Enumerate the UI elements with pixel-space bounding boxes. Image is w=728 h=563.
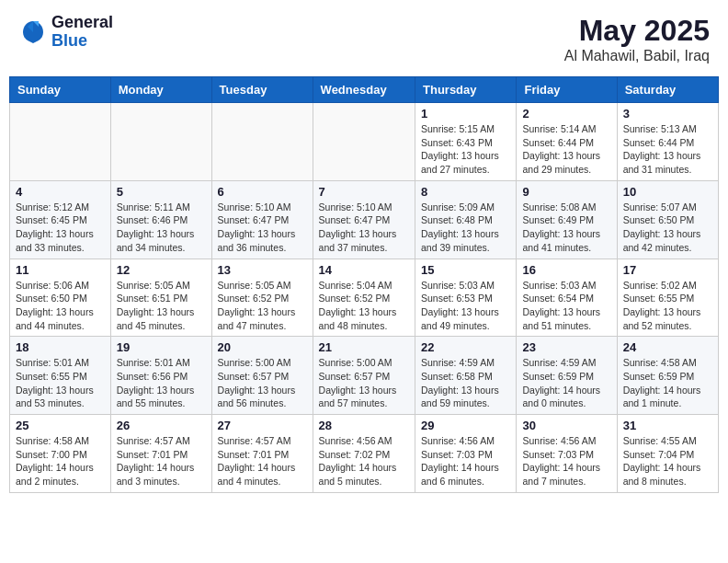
day-number: 27 bbox=[218, 419, 307, 432]
calendar-cell: 8Sunrise: 5:09 AM Sunset: 6:48 PM Daylig… bbox=[415, 180, 517, 259]
column-header-wednesday: Wednesday bbox=[313, 77, 415, 103]
calendar-cell: 10Sunrise: 5:07 AM Sunset: 6:50 PM Dayli… bbox=[617, 180, 718, 259]
calendar-cell bbox=[10, 103, 111, 181]
day-info: Sunrise: 5:01 AM Sunset: 6:56 PM Dayligh… bbox=[117, 356, 206, 410]
day-number: 29 bbox=[421, 419, 510, 432]
day-info: Sunrise: 4:55 AM Sunset: 7:04 PM Dayligh… bbox=[623, 434, 712, 488]
day-number: 3 bbox=[623, 107, 712, 121]
day-number: 6 bbox=[218, 185, 307, 199]
calendar-cell: 27Sunrise: 4:57 AM Sunset: 7:01 PM Dayli… bbox=[211, 415, 313, 493]
day-number: 16 bbox=[522, 263, 610, 277]
day-number: 8 bbox=[421, 185, 510, 199]
day-info: Sunrise: 4:58 AM Sunset: 6:59 PM Dayligh… bbox=[623, 356, 712, 410]
calendar-cell: 3Sunrise: 5:13 AM Sunset: 6:44 PM Daylig… bbox=[617, 103, 718, 181]
calendar-cell: 6Sunrise: 5:10 AM Sunset: 6:47 PM Daylig… bbox=[211, 180, 313, 259]
day-number: 14 bbox=[319, 263, 409, 277]
day-info: Sunrise: 5:00 AM Sunset: 6:57 PM Dayligh… bbox=[319, 356, 409, 410]
day-info: Sunrise: 5:08 AM Sunset: 6:49 PM Dayligh… bbox=[522, 201, 610, 255]
calendar-cell: 20Sunrise: 5:00 AM Sunset: 6:57 PM Dayli… bbox=[211, 337, 313, 415]
day-info: Sunrise: 4:57 AM Sunset: 7:01 PM Dayligh… bbox=[218, 434, 307, 488]
calendar-cell: 11Sunrise: 5:06 AM Sunset: 6:50 PM Dayli… bbox=[10, 259, 111, 337]
column-header-friday: Friday bbox=[517, 77, 617, 103]
day-number: 13 bbox=[218, 263, 307, 277]
logo-text: General Blue bbox=[51, 14, 113, 51]
day-info: Sunrise: 5:09 AM Sunset: 6:48 PM Dayligh… bbox=[421, 201, 510, 255]
day-info: Sunrise: 5:07 AM Sunset: 6:50 PM Dayligh… bbox=[623, 201, 712, 255]
day-info: Sunrise: 5:13 AM Sunset: 6:44 PM Dayligh… bbox=[623, 122, 712, 177]
calendar-cell: 18Sunrise: 5:01 AM Sunset: 6:55 PM Dayli… bbox=[10, 337, 111, 415]
day-info: Sunrise: 5:06 AM Sunset: 6:50 PM Dayligh… bbox=[16, 279, 105, 333]
day-info: Sunrise: 5:03 AM Sunset: 6:54 PM Dayligh… bbox=[522, 279, 610, 333]
calendar-header-row: SundayMondayTuesdayWednesdayThursdayFrid… bbox=[10, 77, 719, 103]
day-info: Sunrise: 4:59 AM Sunset: 6:58 PM Dayligh… bbox=[421, 356, 510, 410]
day-info: Sunrise: 4:56 AM Sunset: 7:02 PM Dayligh… bbox=[319, 434, 409, 488]
day-number: 18 bbox=[16, 340, 105, 354]
day-info: Sunrise: 5:10 AM Sunset: 6:47 PM Dayligh… bbox=[218, 201, 307, 255]
calendar-cell: 5Sunrise: 5:11 AM Sunset: 6:46 PM Daylig… bbox=[110, 180, 211, 259]
day-number: 24 bbox=[623, 340, 712, 354]
calendar-cell: 31Sunrise: 4:55 AM Sunset: 7:04 PM Dayli… bbox=[617, 415, 718, 493]
calendar-cell bbox=[313, 103, 415, 181]
calendar-cell: 4Sunrise: 5:12 AM Sunset: 6:45 PM Daylig… bbox=[10, 180, 111, 259]
calendar-cell: 12Sunrise: 5:05 AM Sunset: 6:51 PM Dayli… bbox=[110, 259, 211, 337]
calendar-cell: 29Sunrise: 4:56 AM Sunset: 7:03 PM Dayli… bbox=[415, 415, 517, 493]
day-number: 31 bbox=[623, 419, 712, 432]
day-number: 17 bbox=[623, 263, 712, 277]
calendar-cell: 15Sunrise: 5:03 AM Sunset: 6:53 PM Dayli… bbox=[415, 259, 517, 337]
day-number: 15 bbox=[421, 263, 510, 277]
calendar-cell: 7Sunrise: 5:10 AM Sunset: 6:47 PM Daylig… bbox=[313, 180, 415, 259]
day-info: Sunrise: 4:57 AM Sunset: 7:01 PM Dayligh… bbox=[117, 434, 206, 488]
day-info: Sunrise: 5:12 AM Sunset: 6:45 PM Dayligh… bbox=[16, 201, 105, 255]
day-info: Sunrise: 4:56 AM Sunset: 7:03 PM Dayligh… bbox=[522, 434, 610, 488]
column-header-sunday: Sunday bbox=[10, 77, 111, 103]
calendar-cell bbox=[110, 103, 211, 181]
calendar-cell bbox=[211, 103, 313, 181]
day-info: Sunrise: 5:11 AM Sunset: 6:46 PM Dayligh… bbox=[117, 201, 206, 255]
day-info: Sunrise: 5:00 AM Sunset: 6:57 PM Dayligh… bbox=[218, 356, 307, 410]
day-number: 26 bbox=[117, 419, 206, 432]
day-number: 28 bbox=[319, 419, 409, 432]
day-number: 5 bbox=[117, 185, 206, 199]
day-number: 25 bbox=[16, 419, 105, 432]
calendar-cell: 28Sunrise: 4:56 AM Sunset: 7:02 PM Dayli… bbox=[313, 415, 415, 493]
calendar-cell: 23Sunrise: 4:59 AM Sunset: 6:59 PM Dayli… bbox=[517, 337, 617, 415]
calendar-week-row: 18Sunrise: 5:01 AM Sunset: 6:55 PM Dayli… bbox=[10, 337, 719, 415]
location-title: Al Mahawil, Babil, Iraq bbox=[564, 48, 710, 64]
logo-blue: Blue bbox=[51, 32, 113, 51]
calendar-cell: 17Sunrise: 5:02 AM Sunset: 6:55 PM Dayli… bbox=[617, 259, 718, 337]
day-info: Sunrise: 5:10 AM Sunset: 6:47 PM Dayligh… bbox=[319, 201, 409, 255]
day-number: 23 bbox=[522, 340, 610, 354]
page-header: General Blue May 2025 Al Mahawil, Babil,… bbox=[9, 9, 719, 69]
day-number: 1 bbox=[421, 107, 510, 121]
calendar-cell: 13Sunrise: 5:05 AM Sunset: 6:52 PM Dayli… bbox=[211, 259, 313, 337]
column-header-tuesday: Tuesday bbox=[211, 77, 313, 103]
calendar-cell: 25Sunrise: 4:58 AM Sunset: 7:00 PM Dayli… bbox=[10, 415, 111, 493]
calendar-cell: 2Sunrise: 5:14 AM Sunset: 6:44 PM Daylig… bbox=[517, 103, 617, 181]
day-number: 10 bbox=[623, 185, 712, 199]
day-info: Sunrise: 5:02 AM Sunset: 6:55 PM Dayligh… bbox=[623, 279, 712, 333]
day-number: 22 bbox=[421, 340, 510, 354]
calendar-table: SundayMondayTuesdayWednesdayThursdayFrid… bbox=[9, 76, 719, 493]
day-number: 11 bbox=[16, 263, 105, 277]
calendar-cell: 22Sunrise: 4:59 AM Sunset: 6:58 PM Dayli… bbox=[415, 337, 517, 415]
column-header-monday: Monday bbox=[110, 77, 211, 103]
day-info: Sunrise: 5:05 AM Sunset: 6:51 PM Dayligh… bbox=[117, 279, 206, 333]
day-info: Sunrise: 5:03 AM Sunset: 6:53 PM Dayligh… bbox=[421, 279, 510, 333]
day-number: 30 bbox=[522, 419, 610, 432]
day-info: Sunrise: 5:15 AM Sunset: 6:43 PM Dayligh… bbox=[421, 122, 510, 177]
logo: General Blue bbox=[18, 14, 113, 51]
calendar-week-row: 4Sunrise: 5:12 AM Sunset: 6:45 PM Daylig… bbox=[10, 180, 719, 259]
day-info: Sunrise: 4:59 AM Sunset: 6:59 PM Dayligh… bbox=[522, 356, 610, 410]
calendar-week-row: 11Sunrise: 5:06 AM Sunset: 6:50 PM Dayli… bbox=[10, 259, 719, 337]
calendar-cell: 30Sunrise: 4:56 AM Sunset: 7:03 PM Dayli… bbox=[517, 415, 617, 493]
day-number: 9 bbox=[522, 185, 610, 199]
day-info: Sunrise: 5:01 AM Sunset: 6:55 PM Dayligh… bbox=[16, 356, 105, 410]
day-number: 7 bbox=[319, 185, 409, 199]
calendar-cell: 19Sunrise: 5:01 AM Sunset: 6:56 PM Dayli… bbox=[110, 337, 211, 415]
calendar-cell: 1Sunrise: 5:15 AM Sunset: 6:43 PM Daylig… bbox=[415, 103, 517, 181]
calendar-week-row: 1Sunrise: 5:15 AM Sunset: 6:43 PM Daylig… bbox=[10, 103, 719, 181]
logo-icon bbox=[18, 17, 48, 47]
column-header-thursday: Thursday bbox=[415, 77, 517, 103]
calendar-cell: 14Sunrise: 5:04 AM Sunset: 6:52 PM Dayli… bbox=[313, 259, 415, 337]
title-block: May 2025 Al Mahawil, Babil, Iraq bbox=[564, 14, 710, 64]
